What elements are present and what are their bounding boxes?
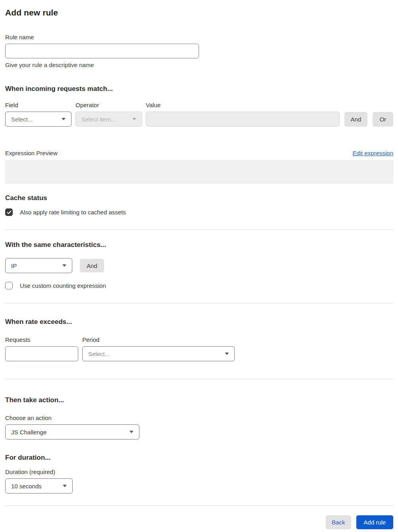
checkmark-icon [7,210,12,214]
cached-assets-label: Also apply rate limiting to cached asset… [20,209,126,216]
chevron-down-icon [62,264,66,267]
operator-select-value: Select item... [81,116,116,123]
characteristics-heading: With the same characteristics... [5,241,393,249]
period-select-value: Select... [88,351,110,357]
operator-select: Select item... [75,112,142,127]
divider [5,379,393,379]
chevron-down-icon [62,118,66,120]
expression-preview-label: Expression Preview [5,150,58,156]
action-select-value: JS Challenge [11,429,46,436]
page-title: Add new rule [5,8,393,17]
value-input [146,112,340,127]
characteristic-select[interactable]: IP [5,258,72,273]
characteristic-select-value: IP [11,262,17,269]
requests-input[interactable] [5,346,78,361]
or-button[interactable]: Or [373,112,393,127]
match-section-heading: When incoming requests match... [5,85,393,93]
period-label: Period [82,336,99,343]
chevron-down-icon [132,118,136,120]
custom-counting-checkbox[interactable] [5,282,13,289]
custom-counting-label: Use custom counting expression [20,282,106,289]
rule-name-label: Rule name [5,34,393,40]
action-select[interactable]: JS Challenge [5,424,139,439]
back-button[interactable]: Back [326,515,351,529]
divider [5,505,393,506]
edit-expression-link[interactable]: Edit expression [352,150,393,156]
duration-label: Duration (required) [5,468,393,475]
chevron-down-icon [63,485,67,487]
duration-heading: For duration... [5,454,393,462]
rule-name-helper: Give your rule a descriptive name [5,62,393,68]
rule-name-input[interactable] [5,44,199,58]
footer-actions: Back Add rule [5,515,393,529]
field-select[interactable]: Select... [5,112,71,127]
duration-select-value: 10 seconds [11,483,42,490]
add-rule-button[interactable]: Add rule [356,515,393,529]
requests-label: Requests [5,336,82,343]
duration-select[interactable]: 10 seconds [5,478,73,493]
expression-preview-box [5,160,393,184]
field-label: Field [5,102,75,108]
and-button[interactable]: And [344,112,367,127]
add-rule-form: Add new rule Rule name Give your rule a … [0,0,398,532]
field-select-value: Select... [11,116,33,123]
value-label: Value [146,102,160,108]
characteristics-and-button[interactable]: And [80,259,104,272]
cache-status-heading: Cache status [5,194,393,202]
period-select[interactable]: Select... [82,346,235,361]
chevron-down-icon [129,431,133,433]
cached-assets-checkbox[interactable] [5,208,13,216]
divider [5,303,393,303]
operator-label: Operator [75,102,146,108]
chevron-down-icon [225,353,229,355]
action-heading: Then take action... [5,396,393,404]
choose-action-label: Choose an action [5,414,393,421]
rate-heading: When rate exceeds... [5,318,393,326]
divider [5,229,393,230]
